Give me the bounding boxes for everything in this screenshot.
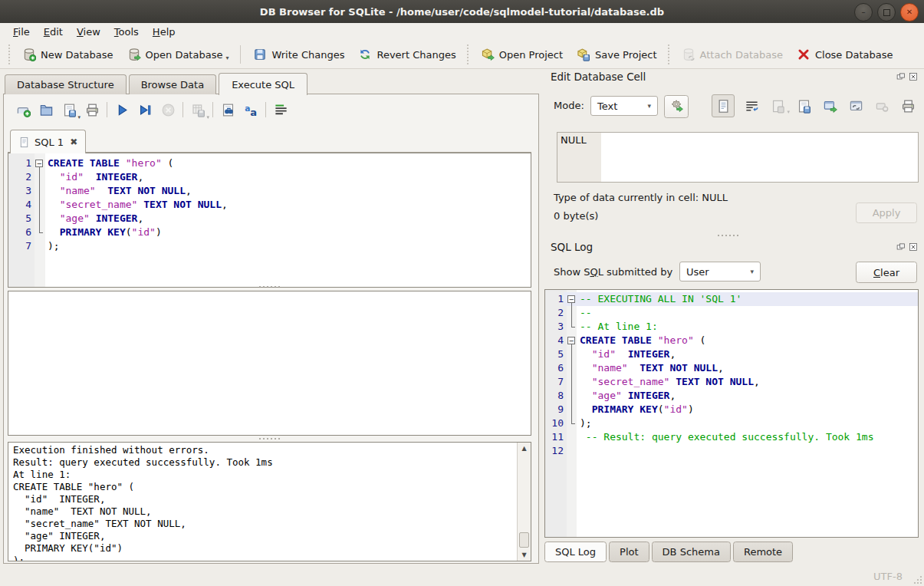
sql-editor[interactable]: 1CREATE TABLE "hero" (2 "id" INTEGER,3 "… xyxy=(8,153,531,288)
submitted-by-value: User xyxy=(686,266,709,278)
sql-toolbar: ▾▾aa xyxy=(12,100,292,119)
menu-tools[interactable]: Tools xyxy=(107,24,146,40)
save-sql-file-button[interactable]: ▾ xyxy=(60,100,78,119)
write-changes-label: Write Changes xyxy=(271,49,344,61)
print-sql-button[interactable] xyxy=(83,100,101,119)
code-text: "id" INTEGER, xyxy=(45,170,143,184)
menu-edit[interactable]: Edit xyxy=(37,24,70,40)
new-sql-tab-button[interactable] xyxy=(14,100,32,119)
find-in-sql-button[interactable] xyxy=(219,100,237,119)
line-number: 9 xyxy=(545,403,567,416)
svg-text:a: a xyxy=(245,104,250,114)
dock-close-icon[interactable] xyxy=(909,242,918,252)
dock-float-icon[interactable] xyxy=(896,72,906,81)
splitter-handle[interactable] xyxy=(8,285,531,289)
stop-execution-button[interactable] xyxy=(159,100,177,119)
tab-database-structure[interactable]: Database Structure xyxy=(5,74,127,94)
code-text: "age" INTEGER, xyxy=(577,389,676,403)
fold-guide xyxy=(567,361,577,375)
save-results-button[interactable]: ▾ xyxy=(189,100,207,119)
encoding-indicator[interactable]: UTF-8 xyxy=(873,571,903,582)
menu-file[interactable]: File xyxy=(6,24,37,40)
code-text: -- EXECUTING ALL IN 'SQL 1' xyxy=(577,292,742,306)
set-null-button[interactable] xyxy=(873,97,891,115)
toolbar-separator xyxy=(240,45,242,64)
clear-button[interactable]: Clear xyxy=(856,262,917,283)
format-sql-button[interactable] xyxy=(271,100,290,119)
import-data-button[interactable]: ▾ xyxy=(768,97,787,115)
dock-close-icon[interactable] xyxy=(909,72,918,81)
sql-document-tab[interactable]: SQL 1 ✖ xyxy=(10,130,86,153)
code-line: 5 "age" INTEGER, xyxy=(8,212,531,226)
chevron-down-icon[interactable]: ▾ xyxy=(206,114,209,120)
attach-database-button[interactable]: Attach Database xyxy=(675,44,790,65)
menu-help[interactable]: Help xyxy=(146,24,182,40)
db-new-icon xyxy=(22,48,36,61)
print-cell-button[interactable] xyxy=(899,97,917,115)
gear-apply-icon xyxy=(669,99,683,115)
edit-cell-dock-title: Edit Database Cell xyxy=(551,71,646,83)
cell-size-label: 0 byte(s) xyxy=(554,210,598,222)
menu-view[interactable]: View xyxy=(70,24,107,40)
vertical-scrollbar[interactable]: ▲ ▼ xyxy=(517,443,531,561)
write-changes-button[interactable]: Write Changes xyxy=(246,44,351,65)
line-number: 5 xyxy=(8,212,35,226)
submitted-by-select[interactable]: User ▾ xyxy=(679,262,761,281)
close-database-button[interactable]: Close Database xyxy=(790,44,900,65)
fold-marker-icon[interactable] xyxy=(567,334,577,347)
scrollbar-thumb[interactable] xyxy=(519,532,529,548)
revert-changes-button[interactable]: Revert Changes xyxy=(351,44,462,65)
scroll-up-icon[interactable]: ▲ xyxy=(518,443,531,454)
save-project-button[interactable]: Save Project xyxy=(570,44,664,65)
open-sql-file-button[interactable] xyxy=(37,100,55,119)
results-table-area[interactable] xyxy=(8,291,531,436)
revert-changes-icon xyxy=(358,48,372,61)
export-data-button[interactable] xyxy=(794,97,813,115)
dock-tab-plot[interactable]: Plot xyxy=(609,542,649,562)
splitter-handle[interactable] xyxy=(8,436,531,441)
toolbar-separator xyxy=(668,44,671,64)
close-tab-icon[interactable]: ✖ xyxy=(70,137,77,147)
sql-log-editor[interactable]: 1-- EXECUTING ALL IN 'SQL 1'2--3-- At li… xyxy=(544,289,919,538)
execution-messages-pane[interactable]: Execution finished without errors. Resul… xyxy=(8,442,531,561)
dock-tab-sql-log[interactable]: SQL Log xyxy=(544,542,607,562)
minimize-button[interactable]: – xyxy=(854,3,873,21)
execute-current-line-button[interactable] xyxy=(136,100,154,119)
chevron-down-icon[interactable]: ▾ xyxy=(225,54,229,61)
show-sql-label: Show SQL submitted by xyxy=(554,266,672,278)
code-line: 7 "secret_name" TEXT NOT NULL, xyxy=(545,375,918,389)
copy-as-link-button[interactable] xyxy=(847,97,865,115)
apply-button[interactable]: Apply xyxy=(856,202,917,223)
dock-tab-db-schema[interactable]: DB Schema xyxy=(652,542,731,562)
line-number: 4 xyxy=(8,198,35,212)
auto-apply-button[interactable] xyxy=(664,95,689,118)
dock-tab-remote[interactable]: Remote xyxy=(733,542,793,562)
tab-execute-sql[interactable]: Execute SQL xyxy=(219,73,307,95)
line-number: 4 xyxy=(545,334,567,347)
splitter-handle[interactable] xyxy=(617,233,839,238)
fold-marker-icon[interactable] xyxy=(35,156,45,170)
line-number: 5 xyxy=(545,347,567,361)
line-number: 7 xyxy=(8,239,35,253)
scroll-down-icon[interactable]: ▼ xyxy=(518,549,531,561)
cell-type-label: Type of data currently in cell: NULL xyxy=(554,192,728,203)
dock-tab-bar: SQL LogPlotDB SchemaRemote xyxy=(544,542,793,562)
chevron-down-icon[interactable]: ▾ xyxy=(77,114,81,120)
fold-marker-icon[interactable] xyxy=(567,292,577,306)
text-mode-button[interactable] xyxy=(712,94,735,117)
open-project-button[interactable]: Open Project xyxy=(474,44,570,65)
new-database-button[interactable]: New Database xyxy=(15,44,120,65)
execute-all-button[interactable] xyxy=(113,100,131,119)
dock-float-icon[interactable] xyxy=(896,242,906,252)
mode-select[interactable]: Text ▾ xyxy=(590,96,658,116)
tab-browse-data[interactable]: Browse Data xyxy=(129,74,217,94)
resize-grip[interactable] xyxy=(914,576,922,584)
word-wrap-button[interactable] xyxy=(742,97,761,115)
chevron-down-icon[interactable]: ▾ xyxy=(787,109,790,115)
cell-value-editor[interactable]: NULL xyxy=(557,132,919,183)
toggle-case-button[interactable]: aa xyxy=(242,100,260,119)
close-button[interactable]: ✕ xyxy=(900,3,919,21)
maximize-button[interactable] xyxy=(877,3,896,21)
open-in-external-button[interactable] xyxy=(820,97,839,115)
open-database-button[interactable]: Open Database▾ xyxy=(120,44,236,65)
